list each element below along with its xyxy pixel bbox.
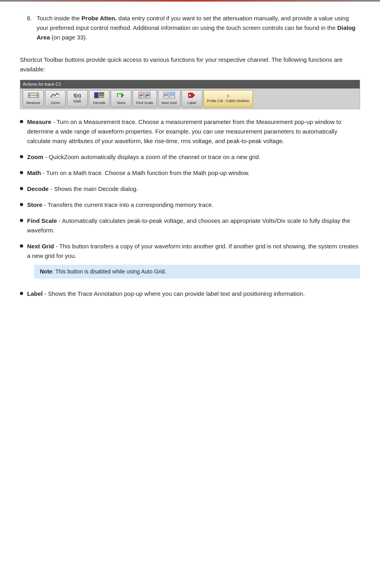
zoom-term: Zoom (27, 153, 43, 160)
toolbar-decode-button[interactable]: Decode (89, 90, 110, 108)
svg-point-21 (189, 94, 191, 96)
step-text-end: (on page 33). (50, 34, 87, 41)
list-item-nextgrid: Next Grid - This button transfers a copy… (20, 242, 360, 282)
nextgrid-desc-text: - This button transfers a copy of your w… (27, 243, 358, 259)
toolbar-container: Actions for trace C1 Measure (20, 80, 360, 109)
bullet-dot-measure (20, 120, 23, 123)
list-item-zoom: Zoom - QuickZoom automatically displays … (20, 152, 360, 162)
toolbar-nextgrid-button[interactable]: Next Grid (158, 90, 180, 108)
store-desc-text: - Transfers the current trace into a cor… (42, 201, 213, 208)
svg-rect-18 (170, 92, 175, 95)
step-text-pre: Touch inside the (37, 15, 82, 22)
store-icon (116, 92, 127, 100)
math-label: Math (73, 99, 81, 104)
toolbar-buttons: Measure Zoom f(x) Math (20, 88, 360, 109)
math-icon: f(x) (74, 93, 81, 98)
toolbar-title: Actions for trace C1 (20, 80, 360, 88)
probe-atten-bold: Probe Atten. (82, 15, 117, 22)
toolbar-probecal-button[interactable]: ⚙ Probe Cal - Cable Deskew (204, 90, 253, 108)
bullet-dot-label (20, 292, 23, 295)
measure-label: Measure (26, 100, 40, 106)
toolbar-store-button[interactable]: Store (111, 90, 131, 108)
store-term: Store (27, 201, 42, 208)
findscale-description: Find Scale - Automatically calculates pe… (27, 216, 360, 235)
math-term: Math (27, 169, 41, 176)
step-number: 8. (20, 14, 32, 42)
nextgrid-description: Next Grid - This button transfers a copy… (27, 242, 360, 282)
list-item-math: Math - Turn on a Math trace. Choose a Ma… (20, 168, 360, 178)
label-icon (188, 92, 196, 100)
toolbar-label-button[interactable]: Label (182, 90, 202, 108)
svg-marker-9 (121, 92, 124, 98)
zoom-description: Zoom - QuickZoom automatically displays … (27, 152, 261, 162)
toolbar-math-button[interactable]: f(x) Math (67, 90, 88, 108)
store-description: Store - Transfers the current trace into… (27, 200, 214, 210)
note-label: Note (40, 268, 52, 275)
list-item-measure: Measure - Turn on a Measurement trace. C… (20, 117, 360, 146)
findscale-icon (138, 92, 151, 100)
list-item-label: Label - Shows the Trace Annotation pop-u… (20, 289, 360, 299)
note-text: : This button is disabled while using Au… (52, 268, 166, 275)
step-8-block: 8. Touch inside the Probe Atten. data en… (20, 14, 360, 42)
step-text: Touch inside the Probe Atten. data entry… (37, 14, 360, 42)
feature-list: Measure - Turn on a Measurement trace. C… (20, 117, 360, 298)
toolbar-findscale-button[interactable]: Find Scale (133, 90, 157, 108)
bullet-dot-math (20, 171, 23, 174)
zoom-label: Zoom (51, 100, 60, 106)
bullet-dot-zoom (20, 155, 23, 158)
nextgrid-icon (163, 92, 176, 100)
decode-desc-text: - Shows the main Decode dialog. (49, 185, 138, 192)
label-term: Label (27, 290, 43, 297)
bullet-dot-findscale (20, 219, 23, 222)
intro-paragraph: Shortcut Toolbar buttons provide quick a… (20, 55, 360, 74)
measure-icon (28, 92, 39, 100)
decode-icon (94, 92, 105, 100)
svg-rect-5 (94, 92, 98, 98)
list-item-store: Store - Transfers the current trace into… (20, 200, 360, 210)
bullet-dot-store (20, 203, 23, 206)
zoom-icon (50, 92, 61, 100)
svg-rect-6 (99, 92, 104, 94)
label-btn-label: Label (188, 100, 196, 106)
decode-description: Decode - Shows the main Decode dialog. (27, 184, 138, 194)
toolbar-zoom-button[interactable]: Zoom (45, 90, 66, 108)
findscale-term: Find Scale (27, 217, 57, 224)
nextgrid-term: Next Grid (27, 243, 54, 250)
list-item-decode: Decode - Shows the main Decode dialog. (20, 184, 360, 194)
svg-rect-7 (99, 94, 104, 96)
measure-term: Measure (27, 118, 51, 125)
bullet-dot-decode (20, 187, 23, 190)
toolbar-measure-button[interactable]: Measure (23, 90, 44, 108)
findscale-desc-text: - Automatically calculates peak-to-peak … (27, 217, 350, 234)
probecal-icon: ⚙ (226, 94, 230, 98)
math-description: Math - Turn on a Math trace. Choose a Ma… (27, 168, 250, 178)
decode-label: Decode (93, 100, 106, 106)
zoom-desc-text: - QuickZoom automatically displays a zoo… (43, 153, 261, 160)
measure-desc-text: - Turn on a Measurement trace. Choose a … (27, 118, 341, 144)
svg-rect-8 (99, 96, 104, 98)
list-item-findscale: Find Scale - Automatically calculates pe… (20, 216, 360, 235)
svg-rect-19 (170, 96, 175, 98)
store-label: Store (117, 100, 125, 106)
measure-description: Measure - Turn on a Measurement trace. C… (27, 117, 360, 146)
main-content: 8. Touch inside the Probe Atten. data en… (0, 2, 380, 321)
bullet-dot-nextgrid (20, 244, 23, 248)
math-desc-text: - Turn on a Math trace. Choose a Math fu… (41, 169, 250, 176)
nextgrid-label: Next Grid (162, 100, 177, 106)
probecal-label: Probe Cal - Cable Deskew (207, 98, 249, 104)
decode-term: Decode (27, 185, 49, 192)
findscale-label: Find Scale (136, 100, 153, 106)
label-desc-text: - Shows the Trace Annotation pop-up wher… (43, 290, 305, 297)
label-description: Label - Shows the Trace Annotation pop-u… (27, 289, 305, 299)
nextgrid-note-box: Note: This button is disabled while usin… (34, 265, 360, 278)
